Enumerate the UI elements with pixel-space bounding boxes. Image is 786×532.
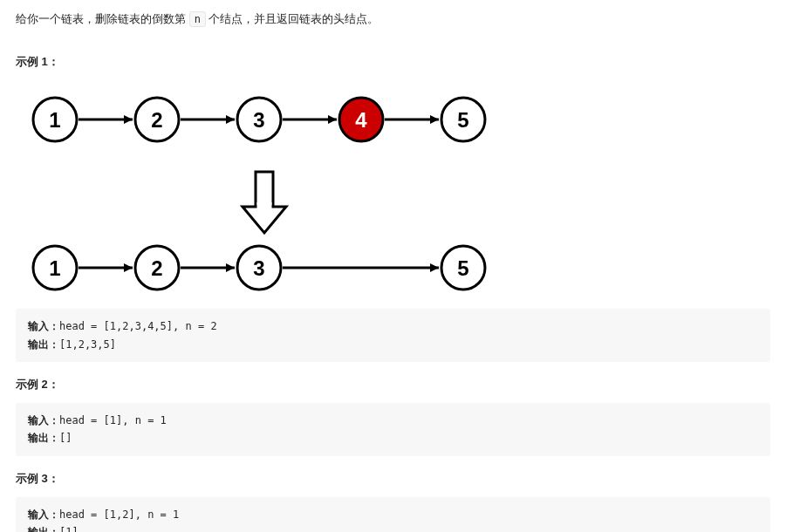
example3-code: 输入：head = [1,2], n = 1 输出：[1] [16,497,770,532]
example1-code: 输入：head = [1,2,3,4,5], n = 2 输出：[1,2,3,5… [16,309,770,362]
input-label: 输入： [28,414,59,426]
input-value: head = [1,2], n = 1 [59,508,179,521]
input-label: 输入： [28,320,59,332]
input-value: head = [1,2,3,4,5], n = 2 [59,320,217,332]
bot-node-1-label: 1 [49,256,60,279]
output-value: [1] [59,526,79,532]
bot-node-5-label: 5 [457,256,468,279]
top-node-4-label: 4 [355,107,367,131]
problem-intro: 给你一个链表，删除链表的倒数第 n 个结点，并且返回链表的头结点。 [16,10,770,29]
input-value: head = [1], n = 1 [59,414,167,426]
intro-post: 个结点，并且返回链表的头结点。 [206,12,379,25]
bot-node-2-label: 2 [151,256,162,279]
example1-title: 示例 1： [16,53,770,72]
output-value: [] [59,432,72,444]
bot-node-3-label: 3 [253,256,264,279]
top-node-3-label: 3 [253,107,264,131]
input-label: 输入： [28,508,59,521]
example3-title: 示例 3： [16,470,770,488]
intro-code: n [189,11,206,27]
top-node-2-label: 2 [151,107,162,131]
output-label: 输出： [28,432,59,444]
linked-list-diagram: 12345 1235 [16,80,770,303]
output-label: 输出： [28,526,59,532]
down-arrow-icon [243,172,286,233]
svg-rect-0 [256,172,273,207]
output-value: [1,2,3,5] [59,338,116,351]
example2-title: 示例 2： [16,376,770,394]
output-label: 输出： [28,338,59,351]
svg-rect-1 [257,202,272,209]
top-node-1-label: 1 [49,107,60,131]
top-node-5-label: 5 [457,107,468,131]
example2-code: 输入：head = [1], n = 1 输出：[] [16,403,770,456]
intro-pre: 给你一个链表，删除链表的倒数第 [16,12,189,25]
